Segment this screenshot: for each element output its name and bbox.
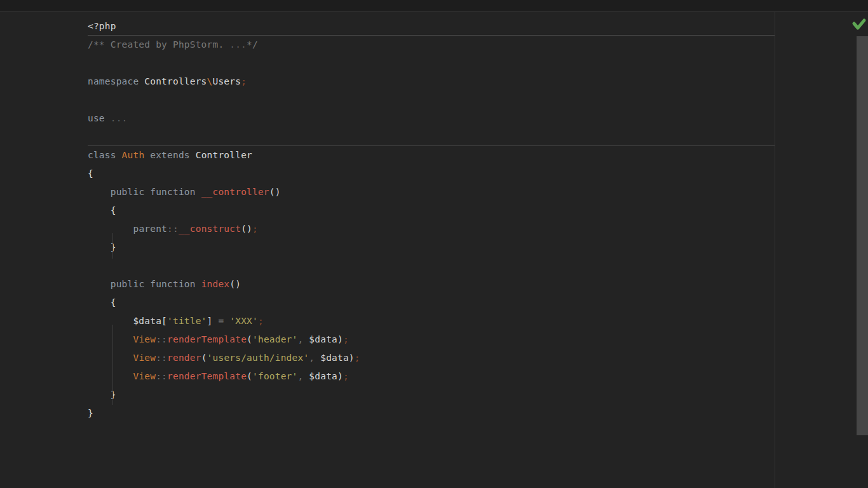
- code-editor[interactable]: <?php/** Created by PhpStorm. ...*/names…: [0, 12, 868, 488]
- token-plain: [88, 279, 111, 289]
- code-line[interactable]: View::renderTemplate('footer', $data);: [88, 367, 775, 386]
- token-fold: ...: [229, 39, 247, 50]
- token-plain: {: [88, 205, 116, 215]
- token-plain: (: [247, 334, 252, 344]
- token-plain: [224, 316, 229, 326]
- token-plain: (: [201, 353, 207, 363]
- token-classname: View: [133, 334, 156, 344]
- code-lines[interactable]: <?php/** Created by PhpStorm. ...*/names…: [88, 17, 775, 423]
- token-plain: $data): [303, 371, 343, 381]
- token-plain: <?php: [88, 21, 116, 31]
- top-bar: [0, 0, 868, 11]
- token-function: render: [167, 353, 201, 363]
- token-plain: $data): [315, 353, 355, 363]
- token-string: 'title': [167, 316, 207, 326]
- token-semi: ;: [258, 316, 264, 326]
- token-function: __construct: [179, 224, 241, 234]
- code-line[interactable]: }: [88, 404, 775, 423]
- token-classname: Auth: [122, 150, 145, 160]
- token-plain: (): [269, 187, 281, 197]
- token-semi: ;: [343, 334, 349, 344]
- token-plain: }: [88, 242, 116, 252]
- token-plain: Controller: [196, 150, 252, 160]
- code-line[interactable]: namespace Controllers\Users;: [88, 72, 775, 91]
- code-line[interactable]: View::renderTemplate('header', $data);: [88, 330, 775, 349]
- token-semi: ;: [252, 224, 258, 234]
- code-line[interactable]: class Auth extends Controller: [88, 146, 775, 165]
- token-string: 'header': [252, 334, 297, 344]
- token-plain: Users: [212, 76, 241, 86]
- code-line[interactable]: }: [88, 238, 775, 257]
- token-function: renderTemplate: [167, 371, 247, 381]
- scrollbar-thumb[interactable]: [857, 36, 868, 435]
- token-keyword: public function: [111, 279, 201, 289]
- token-string: 'XXX': [229, 316, 258, 326]
- token-plain: [88, 353, 133, 363]
- token-keyword: use: [88, 113, 111, 123]
- token-string: 'users/auth/index': [207, 353, 309, 363]
- token-semi: ;: [343, 371, 349, 381]
- token-classname: View: [133, 371, 156, 381]
- vertical-scrollbar[interactable]: [857, 12, 868, 488]
- code-line[interactable]: }: [88, 386, 775, 404]
- code-line[interactable]: parent::__construct();: [88, 220, 775, 238]
- token-semi: ;: [241, 76, 247, 86]
- token-keyword: extends: [144, 150, 195, 160]
- token-dim: ::: [156, 334, 167, 344]
- token-keyword: public function: [111, 187, 201, 197]
- token-fold: ...: [111, 113, 128, 123]
- token-keyword: parent: [133, 224, 167, 234]
- token-plain: $data[: [88, 316, 167, 326]
- code-line[interactable]: [88, 54, 775, 72]
- token-plain: (): [241, 224, 252, 234]
- token-keyword: namespace: [88, 76, 144, 86]
- token-keyword: class: [88, 150, 122, 160]
- code-line[interactable]: public function index(): [88, 275, 775, 294]
- token-dim: ,: [309, 353, 315, 363]
- token-plain: Controllers: [144, 76, 207, 86]
- indent-guide: [112, 325, 113, 405]
- code-line[interactable]: use ...: [88, 109, 775, 128]
- token-comment: */: [247, 39, 258, 50]
- code-line[interactable]: {: [88, 294, 775, 312]
- code-line[interactable]: [88, 257, 775, 275]
- token-plain: (: [247, 371, 252, 381]
- token-function: renderTemplate: [167, 334, 247, 344]
- code-line[interactable]: /** Created by PhpStorm. ...*/: [88, 36, 775, 54]
- token-plain: {: [88, 297, 116, 308]
- token-dim: ::: [167, 224, 179, 234]
- code-line[interactable]: View::render('users/auth/index', $data);: [88, 349, 775, 367]
- code-line[interactable]: [88, 128, 775, 146]
- code-line[interactable]: <?php: [88, 17, 775, 36]
- code-line[interactable]: public function __controller(): [88, 183, 775, 201]
- token-plain: [88, 334, 133, 344]
- token-plain: [88, 371, 133, 381]
- token-function: index: [201, 279, 230, 289]
- token-plain: }: [88, 408, 93, 418]
- token-plain: [88, 224, 133, 234]
- token-plain: (): [229, 279, 241, 289]
- right-margin-guide: [775, 12, 775, 488]
- code-line[interactable]: {: [88, 165, 775, 183]
- token-semi: ;: [355, 353, 360, 363]
- indent-guide: [112, 233, 113, 259]
- token-plain: [88, 187, 111, 197]
- token-dim: ::: [156, 353, 167, 363]
- token-plain: }: [88, 390, 116, 400]
- token-function: __controller: [201, 187, 269, 197]
- token-comment: /** Created by PhpStorm.: [88, 39, 229, 50]
- code-line[interactable]: {: [88, 201, 775, 220]
- token-dim: ::: [156, 371, 167, 381]
- token-plain: ]: [207, 316, 219, 326]
- code-line[interactable]: [88, 91, 775, 109]
- token-classname: View: [133, 353, 156, 363]
- code-line[interactable]: $data['title'] = 'XXX';: [88, 312, 775, 330]
- token-string: 'footer': [252, 371, 297, 381]
- token-plain: {: [88, 168, 93, 179]
- token-plain: $data): [303, 334, 343, 344]
